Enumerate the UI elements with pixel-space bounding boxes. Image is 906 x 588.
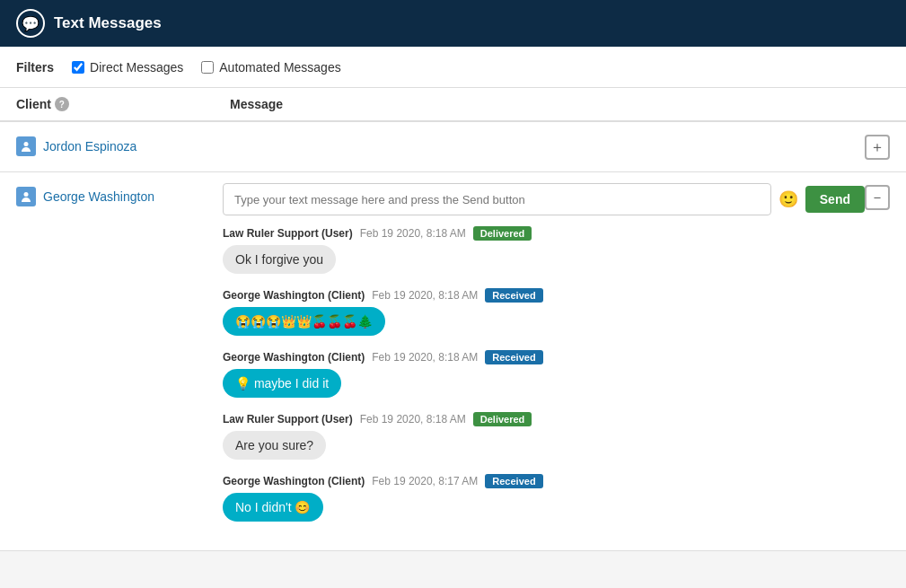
svg-point-1 — [24, 192, 29, 197]
message-sender: George Washington (Client) — [223, 475, 365, 487]
message-input-row: 🙂 Send — [223, 183, 865, 215]
col-message-header: Message — [230, 97, 890, 111]
message-time: Feb 19 2020, 8:18 AM — [372, 351, 478, 364]
message-meta: Law Ruler Support (User) Feb 19 2020, 8:… — [223, 412, 865, 426]
avatar — [16, 187, 36, 206]
direct-messages-filter[interactable]: Direct Messages — [72, 60, 183, 75]
message-bubble: Ok I forgive you — [223, 245, 336, 274]
messages-container: Law Ruler Support (User) Feb 19 2020, 8:… — [223, 226, 865, 522]
message-time: Feb 19 2020, 8:18 AM — [360, 413, 466, 426]
message-group: George Washington (Client) Feb 19 2020, … — [223, 474, 865, 522]
collapse-button[interactable]: － — [865, 185, 890, 210]
client-name-col: Jordon Espinoza — [16, 133, 223, 156]
message-bubble: 💡 maybe I did it — [223, 369, 341, 398]
message-meta: George Washington (Client) Feb 19 2020, … — [223, 350, 865, 364]
message-bubble: Are you sure? — [223, 431, 326, 460]
automated-messages-label: Automated Messages — [219, 60, 340, 75]
message-col: 🙂 Send Law Ruler Support (User) Feb 19 2… — [223, 183, 865, 536]
status-badge: Received — [485, 350, 542, 364]
status-badge: Received — [485, 288, 542, 303]
client-name: George Washington — [43, 189, 154, 204]
header-icon: 💬 — [16, 9, 45, 38]
status-badge: Delivered — [473, 412, 532, 426]
message-sender: Law Ruler Support (User) — [223, 227, 353, 240]
client-row: Jordon Espinoza ＋ — [0, 122, 906, 172]
message-meta: George Washington (Client) Feb 19 2020, … — [223, 288, 865, 303]
message-bubble: No I didn't 😊 — [223, 493, 323, 522]
message-icon: 💬 — [22, 15, 40, 32]
client-row: George Washington 🙂 Send Law Ruler Suppo… — [0, 172, 906, 551]
header: 💬 Text Messages — [0, 0, 906, 47]
client-list: Jordon Espinoza ＋ George Washington 🙂 Se… — [0, 122, 906, 551]
client-name: Jordon Espinoza — [43, 139, 136, 154]
automated-messages-filter[interactable]: Automated Messages — [201, 60, 340, 75]
client-help-icon[interactable]: ? — [55, 97, 69, 111]
minus-icon: － — [870, 189, 884, 207]
message-bubble: 😭😭😭👑👑🍒🍒🍒🌲 — [223, 307, 385, 336]
message-time: Feb 19 2020, 8:17 AM — [372, 475, 478, 487]
message-group: George Washington (Client) Feb 19 2020, … — [223, 350, 865, 398]
message-group: Law Ruler Support (User) Feb 19 2020, 8:… — [223, 412, 865, 460]
expand-button[interactable]: ＋ — [865, 135, 890, 160]
svg-point-0 — [24, 142, 29, 146]
filters-label: Filters — [16, 60, 54, 75]
message-group: Law Ruler Support (User) Feb 19 2020, 8:… — [223, 226, 865, 274]
emoji-button[interactable]: 🙂 — [778, 189, 798, 209]
header-title: Text Messages — [54, 14, 162, 32]
message-input[interactable] — [223, 183, 771, 215]
message-sender: Law Ruler Support (User) — [223, 413, 353, 426]
plus-icon: ＋ — [870, 138, 884, 157]
message-sender: George Washington (Client) — [223, 351, 365, 364]
table-header: Client ? Message — [0, 88, 906, 122]
message-meta: Law Ruler Support (User) Feb 19 2020, 8:… — [223, 226, 865, 241]
send-button[interactable]: Send — [805, 186, 865, 213]
automated-messages-checkbox[interactable] — [201, 61, 214, 74]
avatar — [16, 136, 36, 156]
status-badge: Received — [485, 474, 542, 488]
message-time: Feb 19 2020, 8:18 AM — [360, 227, 466, 240]
filters-bar: Filters Direct Messages Automated Messag… — [0, 47, 906, 88]
direct-messages-checkbox[interactable] — [72, 61, 84, 74]
message-group: George Washington (Client) Feb 19 2020, … — [223, 288, 865, 336]
direct-messages-label: Direct Messages — [90, 60, 183, 75]
message-sender: George Washington (Client) — [223, 289, 365, 302]
message-meta: George Washington (Client) Feb 19 2020, … — [223, 474, 865, 488]
status-badge: Delivered — [473, 226, 532, 241]
col-client-header: Client ? — [16, 97, 223, 111]
message-time: Feb 19 2020, 8:18 AM — [372, 289, 478, 302]
client-name-col: George Washington — [16, 183, 223, 206]
